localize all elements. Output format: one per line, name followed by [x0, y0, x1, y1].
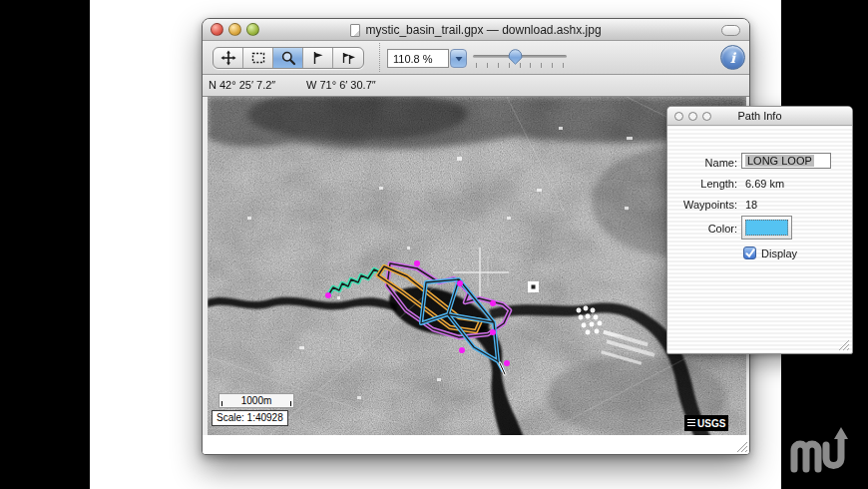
zoom-value-field[interactable]: 110.8 % [387, 49, 449, 68]
palette-body: Name: LONG LOOP Length: 6.69 km Waypoint… [667, 126, 852, 353]
latitude-readout: N 42° 25′ 7.2″ [209, 79, 275, 91]
color-well[interactable] [741, 216, 792, 240]
usgs-label: USGS [697, 418, 725, 429]
length-value: 6.69 km [745, 178, 784, 190]
zoom-dropdown-button[interactable] [450, 49, 467, 68]
scale-bar: 1000m [218, 393, 294, 408]
longitude-readout: W 71° 6′ 30.7″ [306, 79, 376, 91]
usgs-logo-icon [687, 419, 695, 427]
usgs-attribution: USGS [684, 415, 728, 431]
titlebar[interactable]: mystic_basin_trail.gpx — download.ashx.j… [203, 19, 749, 41]
palette-resize-grip[interactable] [837, 338, 850, 351]
magnifier-icon [280, 50, 296, 66]
double-flag-icon [340, 50, 356, 66]
coordinate-bar: N 42° 25′ 7.2″ W 71° 6′ 30.7″ [203, 75, 749, 97]
zoom-tool-button[interactable] [273, 48, 303, 68]
zoom-combo: 110.8 % [387, 49, 467, 68]
flags-tool-button[interactable] [333, 48, 363, 68]
palette-zoom-button[interactable] [702, 112, 711, 121]
flag-icon [310, 50, 326, 66]
letterbox-background: mystic_basin_trail.gpx — download.ashx.j… [0, 0, 868, 489]
flag-tool-button[interactable] [303, 48, 333, 68]
scale-bar-bracket [221, 401, 291, 406]
toolbar-toggle-button[interactable] [721, 25, 740, 36]
macupdate-logo [786, 423, 858, 475]
waypoints-value: 18 [745, 199, 757, 211]
name-label: Name: [667, 157, 737, 169]
zoom-slider[interactable] [473, 47, 567, 71]
document-proxy-icon[interactable] [350, 24, 360, 37]
palette-minimize-button[interactable] [688, 112, 697, 121]
waypoints-label: Waypoints: [667, 199, 737, 211]
info-button[interactable]: i [720, 45, 745, 70]
title-group: mystic_basin_trail.gpx — download.ashx.j… [203, 19, 749, 41]
display-label: Display [761, 247, 797, 259]
length-label: Length: [667, 178, 737, 190]
name-input[interactable]: LONG LOOP [741, 153, 831, 169]
move-icon [220, 50, 236, 66]
palette-titlebar[interactable]: Path Info [667, 107, 852, 126]
color-label: Color: [667, 223, 737, 235]
window-bottom-strip [203, 435, 749, 454]
map-viewport[interactable]: 1000m Scale: 1:40928 USGS [208, 97, 746, 437]
resize-grip[interactable] [735, 440, 748, 453]
scale-ratio-label: Scale: 1:40928 [212, 410, 288, 426]
select-tool-button[interactable] [243, 48, 273, 68]
toolbar: 110.8 % [203, 41, 749, 75]
move-tool-button[interactable] [214, 48, 243, 68]
name-value: LONG LOOP [745, 155, 814, 167]
toolbar-separator [379, 43, 380, 72]
palette-buttons [674, 112, 711, 121]
check-icon [745, 248, 755, 258]
display-checkbox[interactable] [743, 246, 756, 259]
palette-title: Path Info [737, 110, 781, 122]
chevron-down-icon [455, 56, 463, 62]
path-info-window: Path Info Name: LONG LOOP Length: 6.69 k… [666, 106, 853, 354]
satellite-map-image [208, 97, 746, 437]
window-title: mystic_basin_trail.gpx — download.ashx.j… [365, 23, 601, 37]
palette-close-button[interactable] [674, 112, 683, 121]
slider-thumb[interactable] [508, 49, 523, 69]
tool-segmented-control [213, 47, 364, 69]
screenshot-panel: mystic_basin_trail.gpx — download.ashx.j… [90, 0, 781, 489]
color-well-swatch [745, 220, 788, 236]
marquee-icon [250, 50, 266, 66]
